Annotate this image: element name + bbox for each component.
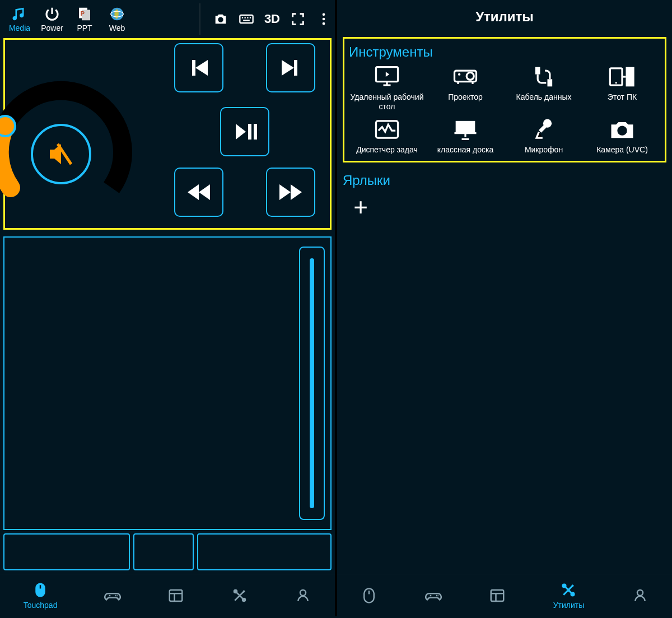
svg-point-5 (323, 13, 325, 16)
svg-point-14 (466, 72, 474, 80)
tool-remote-desktop-label: Удаленный рабочий стол (349, 92, 425, 111)
svg-rect-4 (240, 15, 253, 23)
3d-button[interactable]: 3D (264, 12, 280, 26)
fullscreen-icon (290, 11, 306, 27)
page-title: Утилиты (337, 0, 672, 34)
gamepad-icon (425, 587, 442, 604)
top-separator (199, 3, 200, 35)
nav-touchpad[interactable]: Touchpad (24, 582, 58, 610)
projector-icon (451, 64, 480, 89)
nav-gamepad[interactable] (104, 587, 121, 604)
tools-icon (231, 587, 248, 604)
svg-rect-22 (456, 120, 475, 133)
rewind-icon (185, 179, 212, 206)
tab-power[interactable]: Power (36, 6, 68, 32)
tool-camera-label: Камера (UVC) (596, 145, 648, 155)
nav-touchpad-r[interactable] (361, 587, 377, 604)
svg-rect-16 (535, 67, 540, 75)
tab-web[interactable]: Web (101, 6, 133, 32)
tool-projector-label: Проектор (448, 92, 483, 102)
nav-layout-r[interactable] (489, 587, 506, 604)
tool-whiteboard[interactable]: классная доска (427, 117, 503, 155)
nav-tools[interactable] (231, 587, 248, 604)
nav-utilities-label: Утилиты (553, 601, 585, 610)
tab-power-label: Power (41, 24, 63, 32)
next-track-button[interactable] (266, 43, 315, 92)
tool-this-pc-label: Этот ПК (608, 92, 637, 102)
tab-web-label: Web (109, 24, 125, 32)
tool-camera[interactable]: Камера (UVC) (584, 117, 660, 155)
tab-media[interactable]: Media (3, 6, 36, 32)
fast-forward-icon (277, 179, 304, 206)
mouse-icon (32, 582, 49, 598)
skip-previous-icon (185, 54, 212, 81)
mouse-icon (361, 587, 377, 604)
tools-section: Инструменты Удаленный рабочий стол Проек… (343, 37, 666, 162)
play-pause-button[interactable] (220, 107, 269, 156)
tab-ppt-label: PPT (77, 24, 92, 32)
top-bar: Media Power P PPT Web (0, 0, 335, 38)
3d-label: 3D (264, 12, 280, 26)
svg-rect-11 (170, 590, 183, 601)
bottom-nav-left: Touchpad (0, 574, 335, 616)
nav-user[interactable] (295, 587, 311, 604)
layout-icon (167, 587, 184, 604)
mouse-buttons (3, 533, 332, 570)
rewind-button[interactable] (174, 168, 223, 217)
web-icon (109, 6, 125, 22)
tools-heading: Инструменты (349, 44, 660, 60)
camera-uvc-icon (608, 117, 637, 142)
tool-task-manager[interactable]: Диспетчер задач (349, 117, 425, 155)
tool-this-pc[interactable]: Этот ПК (584, 64, 660, 111)
tab-ppt[interactable]: P PPT (68, 6, 101, 32)
play-pause-icon (231, 118, 258, 145)
tool-remote-desktop[interactable]: Удаленный рабочий стол (349, 64, 425, 111)
tool-task-manager-label: Диспетчер задач (356, 145, 418, 155)
tool-whiteboard-label: классная доска (437, 145, 493, 155)
more-button[interactable] (316, 11, 332, 27)
mouse-left-button[interactable] (3, 533, 130, 570)
svg-point-19 (615, 82, 617, 83)
top-tabs: Media Power P PPT Web (3, 6, 133, 32)
tool-projector[interactable]: Проектор (427, 64, 503, 111)
user-icon (632, 587, 648, 604)
music-note-icon (11, 6, 28, 22)
nav-gamepad-r[interactable] (425, 587, 442, 604)
svg-point-8 (0, 116, 15, 136)
volume-dial[interactable] (0, 64, 134, 210)
shortcuts-heading: Ярлыки (343, 173, 666, 188)
previous-track-button[interactable] (174, 43, 223, 92)
nav-layout[interactable] (167, 587, 184, 604)
user-icon (295, 587, 311, 604)
cable-icon (529, 64, 558, 89)
tool-microphone[interactable]: Микрофон (506, 117, 582, 155)
right-panel: Утилиты Инструменты Удаленный рабочий ст… (337, 0, 672, 616)
mouse-middle-button[interactable] (133, 533, 194, 570)
skip-next-icon (277, 54, 304, 81)
nav-utilities[interactable]: Утилиты (553, 582, 585, 610)
tools-grid: Удаленный рабочий стол Проектор Кабель д… (349, 64, 660, 154)
gamepad-icon (104, 587, 121, 604)
mouse-right-button[interactable] (197, 533, 332, 570)
nav-user-r[interactable] (632, 587, 648, 604)
plus-icon: + (353, 193, 368, 221)
bottom-nav-right: Утилиты (337, 574, 672, 616)
svg-rect-25 (491, 590, 504, 601)
left-panel: Media Power P PPT Web (0, 0, 335, 616)
camera-icon (213, 11, 228, 27)
media-controls-area (3, 38, 332, 230)
keyboard-button[interactable] (239, 11, 254, 27)
svg-text:P: P (81, 10, 85, 17)
add-shortcut-button[interactable]: + (345, 192, 376, 223)
power-icon (44, 6, 60, 22)
tool-data-cable[interactable]: Кабель данных (506, 64, 582, 111)
camera-button[interactable] (213, 11, 228, 27)
svg-rect-17 (548, 79, 553, 86)
touchpad-area[interactable] (3, 236, 332, 530)
shortcuts-section: Ярлыки + (343, 173, 666, 223)
spacer (337, 230, 672, 574)
fullscreen-button[interactable] (290, 11, 306, 27)
tool-data-cable-label: Кабель данных (516, 92, 572, 102)
scroll-slider[interactable] (299, 247, 325, 520)
fast-forward-button[interactable] (266, 168, 315, 217)
